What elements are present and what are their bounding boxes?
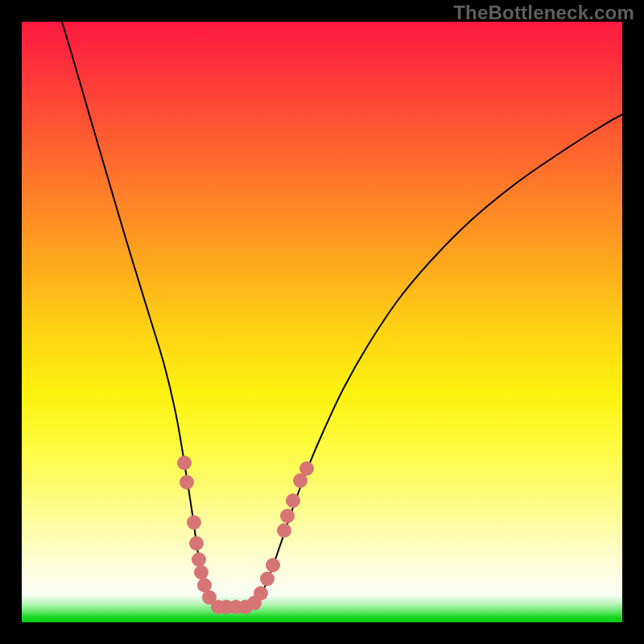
data-marker (189, 536, 204, 551)
data-marker (280, 509, 295, 523)
watermark-text: TheBottleneck.com (453, 2, 634, 24)
curve-layer (62, 22, 622, 608)
data-marker (266, 558, 280, 572)
data-marker (194, 565, 208, 580)
data-marker (286, 493, 300, 508)
data-marker (192, 552, 206, 567)
data-marker (277, 523, 291, 538)
data-marker (299, 461, 314, 476)
plot-area (22, 22, 622, 622)
marker-layer (177, 456, 314, 614)
curve-right-curve (249, 114, 622, 608)
data-marker (180, 475, 194, 489)
data-marker (187, 515, 201, 530)
data-marker (254, 586, 268, 601)
chart-svg (22, 22, 622, 622)
data-marker (260, 572, 275, 586)
chart-container: TheBottleneck.com (0, 0, 644, 644)
data-marker (177, 456, 192, 470)
